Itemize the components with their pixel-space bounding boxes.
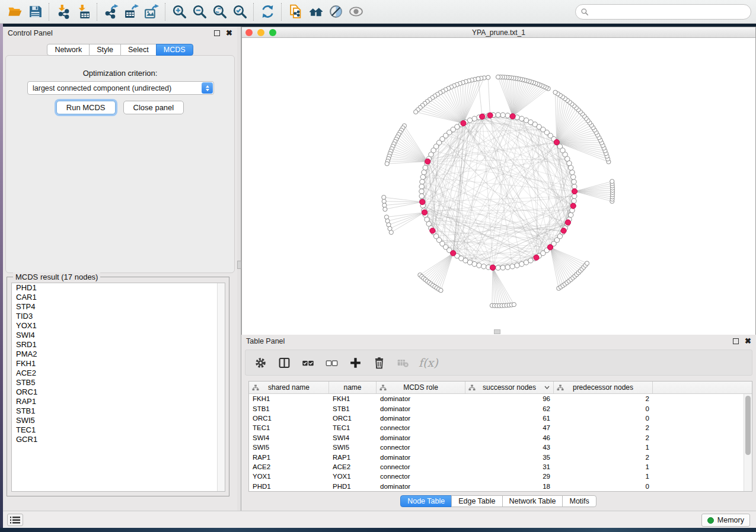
zoom-out-icon[interactable] bbox=[189, 2, 209, 21]
float-panel-icon[interactable] bbox=[214, 30, 220, 36]
column-header-shared-name[interactable]: shared name bbox=[249, 382, 329, 393]
mcds-result-item[interactable]: CAR1 bbox=[12, 293, 225, 302]
mcds-result-item[interactable]: YOX1 bbox=[12, 321, 225, 331]
import-table-icon[interactable] bbox=[73, 2, 93, 21]
mcds-result-item[interactable]: SWI5 bbox=[12, 416, 225, 425]
mcds-tab-content: Optimization criterion: largest connecte… bbox=[5, 55, 235, 273]
vertical-splitter[interactable] bbox=[237, 27, 241, 511]
tab-edge-table[interactable]: Edge Table bbox=[451, 495, 502, 507]
mcds-result-title: MCDS result (17 nodes) bbox=[13, 273, 100, 281]
table-scrollbar[interactable] bbox=[744, 394, 752, 491]
mcds-result-item[interactable]: FKH1 bbox=[12, 359, 225, 368]
mcds-result-list[interactable]: PHD1CAR1STP4TID3YOX1SWI4SRD1PMA2FKH1ACE2… bbox=[11, 283, 225, 492]
table-row[interactable]: SWI5SWI5connector431 bbox=[249, 443, 744, 452]
cell-name: ORC1 bbox=[329, 415, 377, 422]
mcds-result-item[interactable]: ACE2 bbox=[12, 368, 225, 378]
network-canvas[interactable] bbox=[242, 38, 755, 335]
splitter-grip[interactable] bbox=[237, 261, 241, 269]
cell-predecessor-nodes: 1 bbox=[554, 463, 653, 470]
horizontal-splitter-grip[interactable] bbox=[494, 329, 500, 334]
table-panel-title: Table Panel bbox=[246, 337, 285, 345]
import-network-icon[interactable] bbox=[53, 2, 73, 21]
network-titlebar[interactable]: YPA_prune.txt_1 bbox=[242, 27, 755, 38]
column-header-MCDS-role[interactable]: MCDS role bbox=[377, 382, 465, 393]
table-row[interactable]: SWI4SWI4dominator462 bbox=[249, 433, 744, 443]
control-panel-tabs: NetworkStyleSelectMCDS bbox=[3, 44, 237, 56]
memory-button[interactable]: Memory bbox=[701, 514, 750, 527]
column-header-predecessor-nodes[interactable]: predecessor nodes bbox=[554, 382, 653, 393]
search-box[interactable] bbox=[575, 4, 751, 20]
mcds-result-item[interactable]: TEC1 bbox=[12, 425, 225, 435]
float-panel-icon[interactable] bbox=[733, 338, 739, 344]
show-columns-icon[interactable] bbox=[276, 355, 292, 370]
column-header-successor-nodes[interactable]: successor nodes bbox=[465, 382, 554, 393]
cell-shared-name: STB1 bbox=[249, 405, 329, 412]
tab-node-table[interactable]: Node Table bbox=[400, 495, 452, 507]
tab-select[interactable]: Select bbox=[120, 44, 157, 56]
tab-style[interactable]: Style bbox=[89, 44, 121, 56]
export-table-icon[interactable] bbox=[121, 2, 141, 21]
cell-predecessor-nodes: 2 bbox=[554, 454, 653, 461]
table-row[interactable]: RAP1RAP1dominator352 bbox=[249, 452, 744, 462]
settings-gear-icon[interactable] bbox=[253, 355, 268, 370]
tab-motifs[interactable]: Motifs bbox=[562, 495, 596, 507]
duplicate-network-icon[interactable] bbox=[285, 2, 305, 21]
cell-successor-nodes: 47 bbox=[465, 424, 554, 431]
mcds-result-item[interactable]: ORC1 bbox=[12, 387, 225, 397]
table-toolbar: f(x) bbox=[245, 350, 752, 376]
mcds-result-item[interactable]: PMA2 bbox=[12, 350, 225, 359]
mcds-result-item[interactable]: STB1 bbox=[12, 406, 225, 416]
table-row[interactable]: FKH1FKH1dominator962 bbox=[249, 394, 744, 403]
mcds-result-item[interactable]: PHD1 bbox=[12, 283, 225, 293]
first-neighbors-icon[interactable] bbox=[305, 2, 326, 21]
deselect-all-icon[interactable] bbox=[324, 355, 339, 370]
close-panel-icon[interactable]: ✖ bbox=[226, 30, 232, 36]
mcds-result-item[interactable]: SWI4 bbox=[12, 331, 225, 340]
mcds-result-item[interactable]: TID3 bbox=[12, 312, 225, 321]
table-tabs: Node TableEdge TableNetwork TableMotifs bbox=[241, 495, 756, 507]
tab-network[interactable]: Network bbox=[47, 44, 90, 56]
zoom-fit-icon[interactable] bbox=[209, 2, 229, 21]
tab-network-table[interactable]: Network Table bbox=[502, 495, 563, 507]
criterion-select[interactable]: largest connected component (undirected) bbox=[27, 81, 214, 95]
close-panel-button[interactable]: Close panel bbox=[123, 101, 184, 114]
scrollbar-thumb[interactable] bbox=[745, 396, 751, 455]
network-graph[interactable] bbox=[242, 38, 755, 335]
table-row[interactable]: STB1STB1dominator620 bbox=[249, 403, 744, 413]
search-input[interactable] bbox=[589, 6, 746, 18]
select-all-icon[interactable] bbox=[300, 355, 315, 370]
export-network-icon[interactable] bbox=[101, 2, 121, 21]
mcds-result-item[interactable]: STP4 bbox=[12, 302, 225, 312]
mcds-result-item[interactable]: RAP1 bbox=[12, 397, 225, 406]
list-scrollbar[interactable] bbox=[217, 283, 225, 491]
cell-predecessor-nodes: 0 bbox=[554, 483, 653, 490]
mcds-result-item[interactable]: STB5 bbox=[12, 378, 225, 387]
task-history-button[interactable] bbox=[7, 514, 23, 526]
table-header: shared namenameMCDS rolesuccessor nodesp… bbox=[249, 382, 752, 394]
mcds-result-item[interactable]: GCR1 bbox=[12, 435, 225, 444]
save-icon[interactable] bbox=[25, 2, 45, 21]
table-row[interactable]: PHD1PHD1dominator180 bbox=[249, 482, 744, 491]
close-panel-icon[interactable]: ✖ bbox=[745, 338, 751, 344]
add-column-icon[interactable] bbox=[347, 355, 363, 370]
table-row[interactable]: TEC1TEC1connector472 bbox=[249, 423, 744, 432]
table-row[interactable]: ORC1ORC1dominator610 bbox=[249, 414, 744, 423]
hide-selected-icon[interactable] bbox=[326, 2, 346, 21]
zoom-in-icon[interactable] bbox=[169, 2, 189, 21]
table-body[interactable]: FKH1FKH1dominator962STB1STB1dominator620… bbox=[249, 394, 744, 491]
cell-MCDS-role: connector bbox=[377, 473, 465, 480]
mcds-result-item[interactable]: SRD1 bbox=[12, 340, 225, 350]
tab-mcds[interactable]: MCDS bbox=[156, 44, 193, 56]
cell-shared-name: ORC1 bbox=[249, 415, 329, 422]
zoom-selected-icon[interactable] bbox=[229, 2, 250, 21]
column-header-name[interactable]: name bbox=[329, 382, 377, 393]
table-row[interactable]: ACE2ACE2connector311 bbox=[249, 462, 744, 472]
show-eye-icon[interactable] bbox=[346, 2, 366, 21]
export-image-icon[interactable] bbox=[141, 2, 161, 21]
open-file-icon[interactable] bbox=[5, 2, 25, 21]
delete-column-icon[interactable] bbox=[371, 355, 387, 370]
run-mcds-button[interactable]: Run MCDS bbox=[56, 101, 116, 114]
refresh-layout-icon[interactable] bbox=[257, 2, 277, 21]
table-row[interactable]: YOX1YOX1connector291 bbox=[249, 472, 744, 481]
cell-successor-nodes: 43 bbox=[465, 444, 554, 451]
